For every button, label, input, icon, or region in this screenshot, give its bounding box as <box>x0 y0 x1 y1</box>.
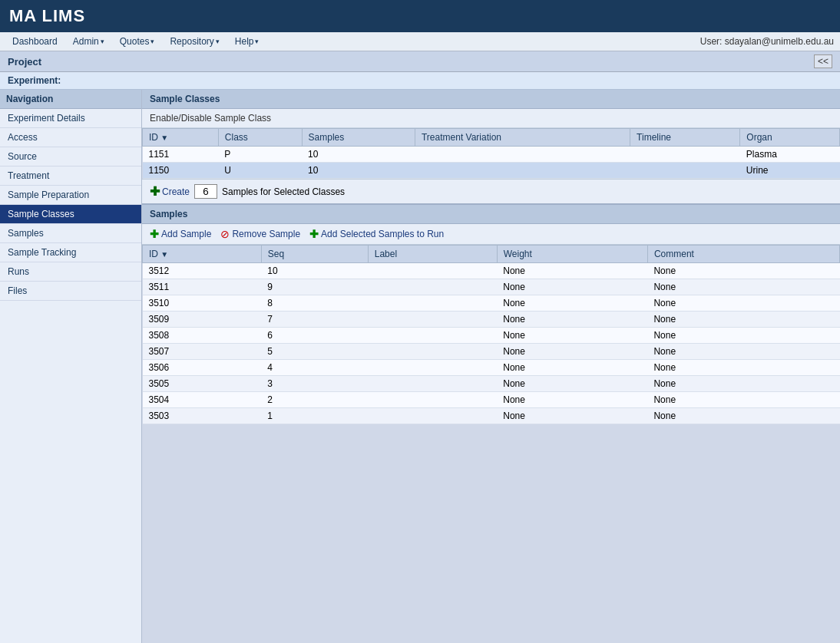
col-header-organ[interactable]: Organ <box>740 129 840 147</box>
add-to-run-button[interactable]: ✚ Add Selected Samples to Run <box>309 228 444 240</box>
s-seq-cell: 2 <box>261 392 368 408</box>
s-seq-cell: 1 <box>261 408 368 424</box>
table-row[interactable]: 1151 P 10 Plasma <box>143 147 840 163</box>
nav-admin[interactable]: Admin ▾ <box>67 35 111 48</box>
admin-dropdown-arrow: ▾ <box>101 38 104 45</box>
nav-dashboard[interactable]: Dashboard <box>6 35 64 48</box>
col-header-treatment-variation[interactable]: Treatment Variation <box>415 129 630 147</box>
s-comment-cell: None <box>647 263 839 279</box>
enable-disable-label: Enable/Disable Sample Class <box>150 113 271 124</box>
create-button[interactable]: ✚ Create <box>150 184 190 199</box>
s-label-cell <box>368 408 497 424</box>
table-row[interactable]: 1150 U 10 Urine <box>143 163 840 179</box>
repository-dropdown-arrow: ▾ <box>216 38 220 45</box>
create-suffix-label: Samples for Selected Classes <box>222 186 345 197</box>
s-weight-cell: None <box>497 360 647 376</box>
s-comment-cell: None <box>647 408 839 424</box>
col-header-id[interactable]: ID ▼ <box>143 129 219 147</box>
sidebar-item-sample-preparation[interactable]: Sample Preparation <box>0 186 141 205</box>
samples-header: Samples <box>142 205 840 224</box>
samples-col-header-label[interactable]: Label <box>368 246 497 263</box>
table-row[interactable]: 3503 1 None None <box>143 408 840 424</box>
nav-bar: Dashboard Admin ▾ Quotes ▾ Repository ▾ … <box>0 32 840 51</box>
sc-timeline-cell <box>630 163 740 179</box>
table-row[interactable]: 3511 9 None None <box>143 279 840 295</box>
sc-organ-cell: Plasma <box>740 147 840 163</box>
sidebar: Navigation Experiment Details Access Sou… <box>0 90 142 643</box>
table-row[interactable]: 3512 10 None None <box>143 263 840 279</box>
s-id-cell: 3508 <box>143 328 262 344</box>
s-label-cell <box>368 376 497 392</box>
samples-id-sort-arrow: ▼ <box>160 250 168 259</box>
s-id-cell: 3503 <box>143 408 262 424</box>
s-id-cell: 3506 <box>143 360 262 376</box>
s-weight-cell: None <box>497 263 647 279</box>
sidebar-item-access[interactable]: Access <box>0 128 141 147</box>
s-id-cell: 3511 <box>143 279 262 295</box>
sidebar-item-experiment-details[interactable]: Experiment Details <box>0 109 141 128</box>
s-comment-cell: None <box>647 376 839 392</box>
s-comment-cell: None <box>647 279 839 295</box>
remove-sample-button[interactable]: ⊘ Remove Sample <box>220 228 300 240</box>
s-label-cell <box>368 279 497 295</box>
quotes-dropdown-arrow: ▾ <box>150 38 154 45</box>
table-row[interactable]: 3505 3 None None <box>143 376 840 392</box>
s-weight-cell: None <box>497 295 647 312</box>
samples-col-header-weight[interactable]: Weight <box>497 246 647 263</box>
sc-timeline-cell <box>630 147 740 163</box>
enable-disable-bar: Enable/Disable Sample Class <box>142 109 840 128</box>
table-row[interactable]: 3507 5 None None <box>143 344 840 360</box>
sidebar-item-treatment[interactable]: Treatment <box>0 167 141 186</box>
add-sample-button[interactable]: ✚ Add Sample <box>150 228 211 240</box>
samples-col-header-seq[interactable]: Seq <box>261 246 368 263</box>
s-id-cell: 3505 <box>143 376 262 392</box>
sidebar-item-runs[interactable]: Runs <box>0 262 141 282</box>
nav-help[interactable]: Help ▾ <box>229 35 266 48</box>
s-seq-cell: 8 <box>261 295 368 312</box>
sc-class-cell: P <box>218 147 302 163</box>
table-row[interactable]: 3506 4 None None <box>143 360 840 376</box>
samples-action-bar: ✚ Add Sample ⊘ Remove Sample ✚ Add Selec… <box>142 224 840 245</box>
nav-repository[interactable]: Repository ▾ <box>164 35 225 48</box>
s-label-cell <box>368 392 497 408</box>
s-label-cell <box>368 328 497 344</box>
samples-table: ID ▼ Seq Label Weight Comment 3512 10 No… <box>142 245 840 424</box>
sidebar-item-source[interactable]: Source <box>0 147 141 167</box>
sidebar-item-files[interactable]: Files <box>0 282 141 301</box>
s-label-cell <box>368 360 497 376</box>
s-label-cell <box>368 344 497 360</box>
s-id-cell: 3510 <box>143 295 262 312</box>
help-dropdown-arrow: ▾ <box>255 38 259 45</box>
s-weight-cell: None <box>497 376 647 392</box>
sidebar-nav-header: Navigation <box>0 90 141 109</box>
collapse-button[interactable]: << <box>814 54 832 68</box>
sc-id-cell: 1150 <box>143 163 219 179</box>
col-header-samples[interactable]: Samples <box>302 129 415 147</box>
samples-col-header-id[interactable]: ID ▼ <box>143 246 262 263</box>
sample-classes-section: Sample Classes Enable/Disable Sample Cla… <box>142 90 840 205</box>
app-header: MA LIMS <box>0 0 840 32</box>
create-icon: ✚ <box>150 184 160 199</box>
s-seq-cell: 5 <box>261 344 368 360</box>
table-row[interactable]: 3508 6 None None <box>143 328 840 344</box>
content-area: Sample Classes Enable/Disable Sample Cla… <box>142 90 840 643</box>
sc-treatment-cell <box>415 163 630 179</box>
add-sample-label: Add Sample <box>161 229 211 239</box>
col-header-class[interactable]: Class <box>218 129 302 147</box>
s-id-cell: 3509 <box>143 312 262 328</box>
table-row[interactable]: 3510 8 None None <box>143 295 840 312</box>
sidebar-item-sample-classes[interactable]: Sample Classes <box>0 205 141 224</box>
col-header-timeline[interactable]: Timeline <box>630 129 740 147</box>
table-row[interactable]: 3504 2 None None <box>143 392 840 408</box>
create-count-input[interactable] <box>194 184 217 199</box>
sc-class-cell: U <box>218 163 302 179</box>
table-row[interactable]: 3509 7 None None <box>143 312 840 328</box>
nav-quotes[interactable]: Quotes ▾ <box>114 35 161 48</box>
sidebar-item-samples[interactable]: Samples <box>0 224 141 243</box>
samples-col-header-comment[interactable]: Comment <box>647 246 839 263</box>
s-comment-cell: None <box>647 295 839 312</box>
s-id-cell: 3512 <box>143 263 262 279</box>
sample-classes-header: Sample Classes <box>142 90 840 109</box>
sidebar-item-sample-tracking[interactable]: Sample Tracking <box>0 243 141 262</box>
s-seq-cell: 10 <box>261 263 368 279</box>
